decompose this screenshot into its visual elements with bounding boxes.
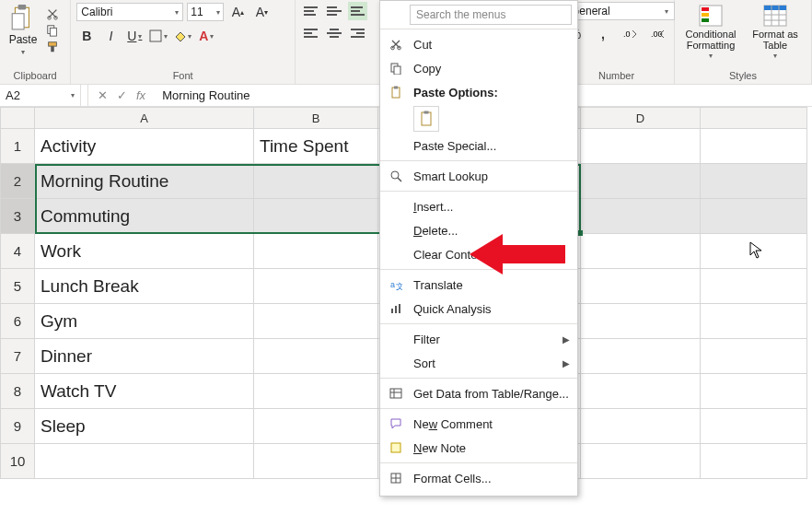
cell-E8[interactable] xyxy=(701,374,807,409)
cell-A8[interactable]: Watch TV xyxy=(35,374,254,409)
cell-D10[interactable] xyxy=(581,444,701,479)
context-search-input[interactable]: Search the menus xyxy=(410,5,572,25)
row-header-3[interactable]: 3 xyxy=(0,199,35,234)
decrease-decimal-icon[interactable]: .00 xyxy=(648,24,668,44)
col-header-A[interactable]: A xyxy=(35,107,254,129)
cell-E1[interactable] xyxy=(701,129,807,164)
ctx-filter[interactable]: Filter▶ xyxy=(380,327,577,351)
ctx-copy[interactable]: Copy xyxy=(380,56,577,80)
row-header-9[interactable]: 9 xyxy=(0,409,35,444)
paste-caret[interactable]: ▾ xyxy=(21,48,25,56)
bold-button[interactable]: B xyxy=(76,26,97,46)
underline-button[interactable]: U▾ xyxy=(124,26,145,46)
cell-B3[interactable] xyxy=(254,199,378,234)
cell-D9[interactable] xyxy=(581,409,701,444)
cell-E5[interactable] xyxy=(701,269,807,304)
increase-decimal-icon[interactable]: .0 xyxy=(621,24,641,44)
confirm-formula-icon[interactable]: ✓ xyxy=(117,88,127,102)
row-header-6[interactable]: 6 xyxy=(0,304,35,339)
cell-E2[interactable] xyxy=(701,164,807,199)
cell-E7[interactable] xyxy=(701,339,807,374)
cell-A5[interactable]: Lunch Break xyxy=(35,269,254,304)
paste-option-default[interactable] xyxy=(413,106,439,132)
cell-E3[interactable] xyxy=(701,199,807,234)
align-left-icon[interactable] xyxy=(301,24,320,42)
cell-A2[interactable]: Morning Routine xyxy=(35,164,254,199)
ctx-format-cells[interactable]: Format Cells... xyxy=(380,466,577,490)
name-box[interactable]: A2▾ xyxy=(0,85,81,106)
paste-button[interactable]: Paste ▾ xyxy=(6,2,41,56)
cell-A10[interactable] xyxy=(35,444,254,479)
align-bottom-icon[interactable] xyxy=(348,2,367,20)
ctx-sort[interactable]: Sort▶ xyxy=(380,351,577,375)
border-button[interactable]: ▾ xyxy=(148,26,168,46)
cell-D2[interactable] xyxy=(581,164,701,199)
cell-E6[interactable] xyxy=(701,304,807,339)
cell-A7[interactable]: Dinner xyxy=(35,339,254,374)
ctx-smart-lookup[interactable]: Smart Lookup xyxy=(380,164,577,188)
fx-icon[interactable]: fx xyxy=(136,88,145,102)
format-painter-icon[interactable] xyxy=(44,40,61,54)
cut-icon[interactable] xyxy=(44,6,61,21)
ctx-paste-special[interactable]: Paste Special... xyxy=(380,134,577,158)
cell-B6[interactable] xyxy=(254,304,378,339)
align-middle-icon[interactable] xyxy=(324,2,343,20)
cell-D6[interactable] xyxy=(581,304,701,339)
cell-B1[interactable]: Time Spent xyxy=(254,129,378,164)
increase-font-icon[interactable]: A▴ xyxy=(227,2,248,22)
align-center-icon[interactable] xyxy=(324,24,343,42)
cell-A3[interactable]: Commuting xyxy=(35,199,254,234)
ctx-insert[interactable]: Insert... xyxy=(380,194,577,218)
font-name-combo[interactable]: Calibri▾ xyxy=(76,3,183,21)
cell-D1[interactable] xyxy=(581,129,701,164)
cell-D3[interactable] xyxy=(581,199,701,234)
row-header-7[interactable]: 7 xyxy=(0,339,35,374)
cell-A6[interactable]: Gym xyxy=(35,304,254,339)
cell-B9[interactable] xyxy=(254,409,378,444)
row-header-1[interactable]: 1 xyxy=(0,129,35,164)
italic-button[interactable]: I xyxy=(100,26,121,46)
cell-E10[interactable] xyxy=(701,444,807,479)
cell-A1[interactable]: Activity xyxy=(35,129,254,164)
cell-D5[interactable] xyxy=(581,269,701,304)
col-header-D[interactable]: D xyxy=(581,107,701,129)
cell-B7[interactable] xyxy=(254,339,378,374)
cell-E9[interactable] xyxy=(701,409,807,444)
row-header-4[interactable]: 4 xyxy=(0,234,35,269)
cell-D4[interactable] xyxy=(581,234,701,269)
ctx-translate[interactable]: a文Translate xyxy=(380,273,577,297)
col-header-B[interactable]: B xyxy=(254,107,378,129)
cell-A4[interactable]: Work xyxy=(35,234,254,269)
cell-D8[interactable] xyxy=(581,374,701,409)
number-format-combo[interactable]: General▾ xyxy=(564,2,675,20)
font-size-combo[interactable]: 11▾ xyxy=(187,3,224,21)
row-header-10[interactable]: 10 xyxy=(0,444,35,479)
row-header-5[interactable]: 5 xyxy=(0,269,35,304)
ctx-get-data[interactable]: Get Data from Table/Range... xyxy=(380,381,577,405)
align-top-icon[interactable] xyxy=(301,2,320,20)
cell-B8[interactable] xyxy=(254,374,378,409)
decrease-font-icon[interactable]: A▾ xyxy=(251,2,272,22)
cell-B10[interactable] xyxy=(254,444,378,479)
ctx-cut[interactable]: Cut xyxy=(380,32,577,56)
cell-B5[interactable] xyxy=(254,269,378,304)
cell-B2[interactable] xyxy=(254,164,378,199)
ctx-new-comment[interactable]: New Comment xyxy=(380,412,577,436)
cell-D7[interactable] xyxy=(581,339,701,374)
align-right-icon[interactable] xyxy=(348,24,367,42)
row-header-8[interactable]: 8 xyxy=(0,374,35,409)
copy-icon[interactable] xyxy=(44,23,61,38)
cell-B4[interactable] xyxy=(254,234,378,269)
select-all-corner[interactable] xyxy=(0,107,35,129)
cancel-formula-icon[interactable]: ✕ xyxy=(98,88,108,102)
ctx-quick-analysis[interactable]: Quick Analysis xyxy=(380,297,577,321)
font-color-button[interactable]: A▾ xyxy=(196,26,216,46)
cell-A9[interactable]: Sleep xyxy=(35,409,254,444)
row-header-2[interactable]: 2 xyxy=(0,164,35,199)
fill-color-button[interactable]: ▾ xyxy=(172,26,192,46)
col-header-E[interactable] xyxy=(701,107,807,129)
conditional-formatting-button[interactable]: Conditional Formatting▾ xyxy=(680,2,741,60)
ctx-new-note[interactable]: New Note xyxy=(380,436,577,460)
comma-button[interactable]: , xyxy=(593,24,613,44)
format-as-table-button[interactable]: Format as Table▾ xyxy=(745,2,806,60)
